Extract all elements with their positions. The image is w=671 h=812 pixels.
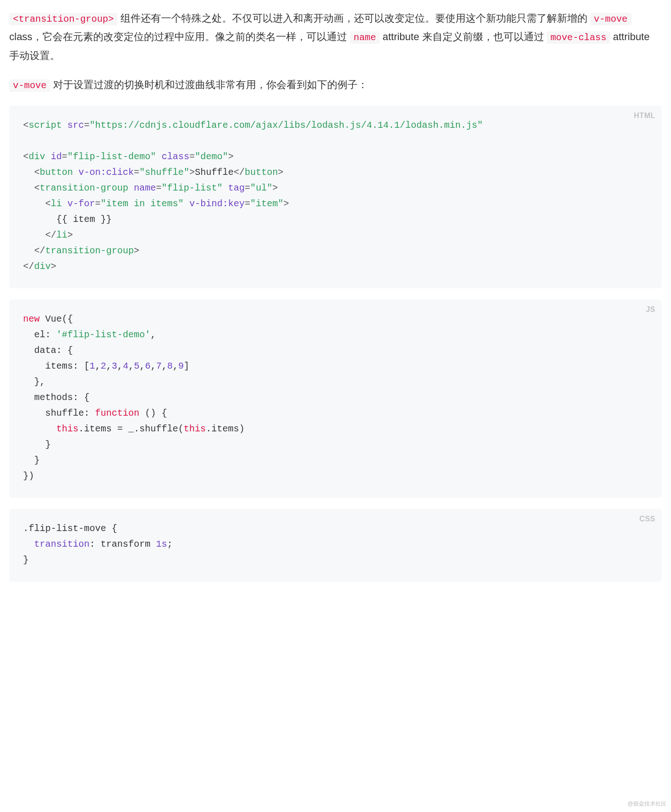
- code-inline-v-move: v-move: [590, 13, 631, 25]
- text-seg: attribute 来自定义前缀，也可以通过: [380, 31, 547, 42]
- text-seg: 对于设置过渡的切换时机和过渡曲线非常有用，你会看到如下的例子：: [50, 79, 368, 90]
- code-lang-label: HTML: [634, 109, 655, 122]
- code-block-js: JSnew Vue({ el: '#flip-list-demo', data:…: [9, 299, 662, 498]
- code-block-html: HTML<script src="https://cdnjs.cloudflar…: [9, 106, 662, 288]
- code-inline-name: name: [350, 31, 380, 44]
- code-lang-label: CSS: [640, 513, 655, 525]
- code-block-css: CSS.flip-list-move { transition: transfo…: [9, 509, 662, 582]
- text-seg: 组件还有一个特殊之处。不仅可以进入和离开动画，还可以改变定位。要使用这个新功能只…: [118, 12, 590, 24]
- intro-paragraph-2: v-move 对于设置过渡的切换时机和过渡曲线非常有用，你会看到如下的例子：: [9, 76, 662, 94]
- code-inline-move-class: move-class: [547, 31, 610, 44]
- code-inline-transition-group: <transition-group>: [9, 13, 118, 25]
- code-lang-label: JS: [646, 303, 655, 316]
- intro-paragraph-1: <transition-group> 组件还有一个特殊之处。不仅可以进入和离开动…: [9, 9, 662, 65]
- text-seg: class，它会在元素的改变定位的过程中应用。像之前的类名一样，可以通过: [9, 31, 350, 42]
- code-inline-v-move-2: v-move: [9, 79, 50, 92]
